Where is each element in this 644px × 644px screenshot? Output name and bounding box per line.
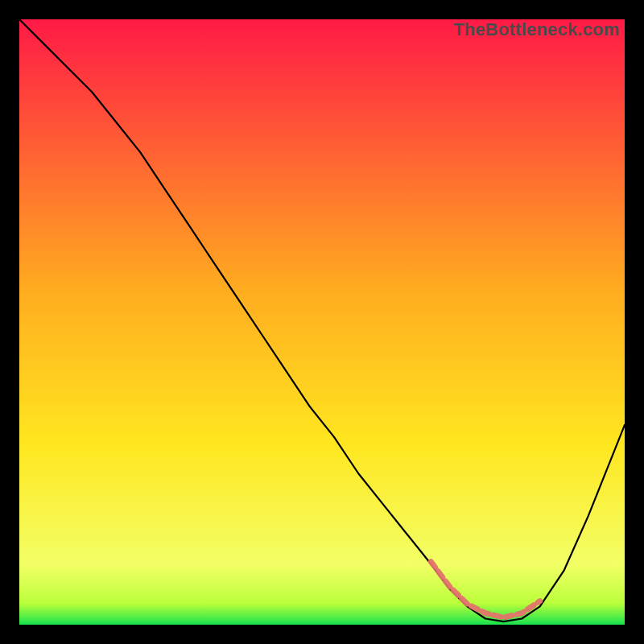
chart-frame: TheBottleneck.com — [0, 0, 644, 644]
watermark-label: TheBottleneck.com — [454, 19, 620, 40]
chart-canvas — [19, 19, 625, 625]
gradient-background — [19, 19, 625, 625]
plot-area: TheBottleneck.com — [19, 19, 625, 625]
